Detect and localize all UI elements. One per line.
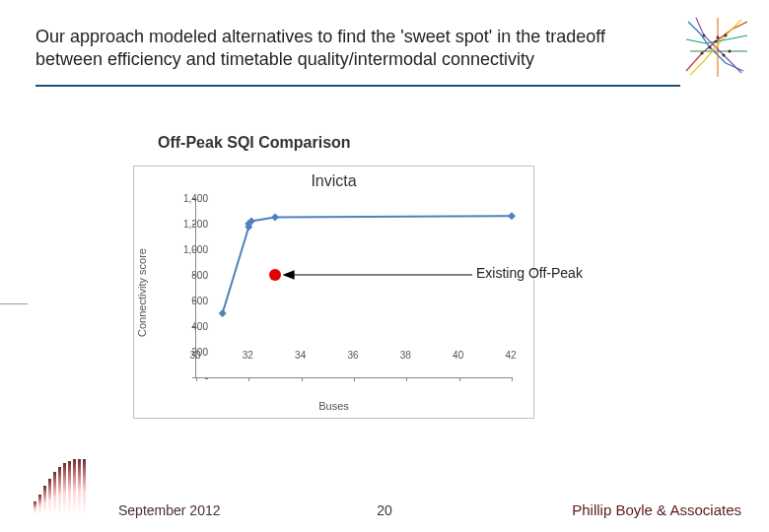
footer-page-number: 20 [377,502,392,518]
x-tick-label: 36 [347,350,358,361]
footer-company: Phillip Boyle & Associates [572,501,741,518]
y-tick-label: 400 [175,321,208,332]
y-tick-label: 600 [175,296,208,306]
y-tick-label: 1,000 [175,244,208,255]
svg-point-3 [717,36,720,39]
x-tick-label: 30 [189,350,200,361]
x-axis-label: Buses [134,400,533,412]
footer: September 2012 20 Phillip Boyle & Associ… [0,463,769,518]
chart-title: Invicta [134,172,533,190]
x-tick-label: 40 [453,350,463,361]
svg-point-7 [723,54,726,57]
y-tick-label: - [175,372,208,383]
svg-point-5 [729,50,732,53]
x-tick-label: 32 [243,350,253,361]
x-tick-label: 34 [295,350,306,361]
footer-date: September 2012 [118,502,221,518]
x-tick-label: 42 [505,350,516,361]
y-tick-label: 800 [175,270,208,281]
svg-point-4 [725,34,728,37]
y-tick-label: 1,200 [175,219,208,230]
margin-rule [0,303,28,304]
x-tick-label: 38 [400,350,411,361]
company-logo [682,12,753,83]
page-title: Our approach modeled alternatives to fin… [35,26,651,70]
existing-off-peak-label: Existing Off-Peak [476,265,583,281]
y-axis-label: Connectivity score [136,248,148,337]
title-rule [35,85,680,87]
footer-bars-graphic [34,459,97,514]
chart-subhead: Off-Peak SQI Comparison [158,134,351,152]
y-tick-label: 1,400 [175,193,208,204]
svg-point-2 [709,46,712,49]
chart: Invicta Connectivity score Buses -200400… [133,166,534,419]
svg-point-1 [715,40,718,43]
svg-point-0 [701,52,704,55]
slide: Our approach modeled alternatives to fin… [0,0,769,532]
svg-point-6 [703,34,706,37]
